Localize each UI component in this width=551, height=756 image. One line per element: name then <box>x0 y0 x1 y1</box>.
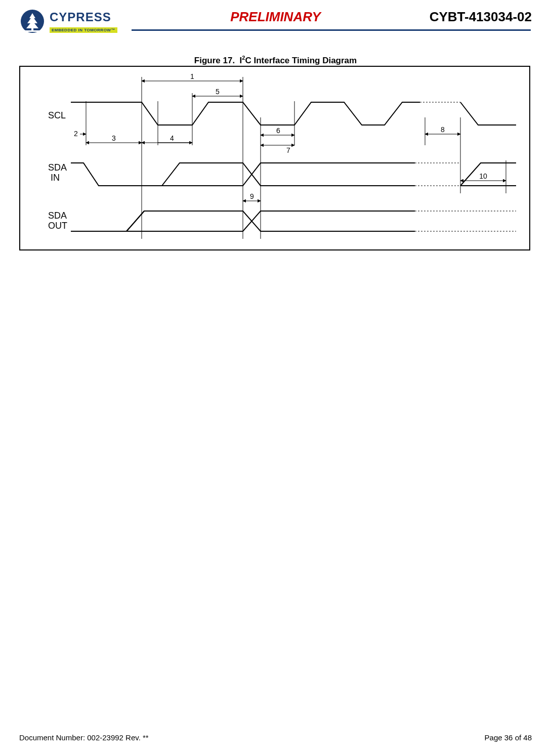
document-number: Document Number: 002-23992 Rev. ** <box>19 733 149 742</box>
figure-title-rest: C Interface Timing Diagram <box>245 56 357 65</box>
marker-3: 3 <box>112 134 116 142</box>
marker-1: 1 <box>190 72 194 80</box>
marker-7: 7 <box>286 146 290 154</box>
svg-rect-1 <box>31 27 33 30</box>
svg-rect-2 <box>25 30 39 32</box>
marker-4: 4 <box>170 134 174 142</box>
figure-caption: Figure 17. I2C Interface Timing Diagram <box>0 55 551 66</box>
marker-8: 8 <box>441 125 445 134</box>
marker-10: 10 <box>479 172 487 180</box>
logo-tagline: EMBEDDED IN TOMORROW™ <box>50 27 117 33</box>
preliminary-label: PRELIMINARY <box>230 9 321 25</box>
marker-9: 9 <box>250 192 254 200</box>
part-number: CYBT-413034-02 <box>430 9 532 25</box>
cypress-logo: CYPRESS EMBEDDED IN TOMORROW™ <box>19 9 125 33</box>
marker-5: 5 <box>216 88 220 96</box>
page-number: Page 36 of 48 <box>485 733 532 742</box>
sda-in-label-b: IN <box>51 173 60 183</box>
scl-label: SCL <box>48 110 66 120</box>
marker-2: 2 <box>74 130 78 138</box>
scl-waveform <box>71 102 420 125</box>
timing-diagram-frame: SCL SDA IN SDA OUT <box>19 66 530 250</box>
marker-6: 6 <box>276 127 280 135</box>
cypress-logo-text: CYPRESS EMBEDDED IN TOMORROW™ <box>50 10 117 33</box>
cypress-tree-icon <box>19 9 46 35</box>
sda-in-label-a: SDA <box>48 162 67 173</box>
figure-number: Figure 17. <box>194 56 235 65</box>
page-header: CYPRESS EMBEDDED IN TOMORROW™ PRELIMINAR… <box>19 9 532 37</box>
sda-out-waveform <box>71 211 516 231</box>
sda-in-waveform <box>71 163 516 186</box>
logo-brand: CYPRESS <box>50 10 117 24</box>
header-divider <box>132 29 531 31</box>
sda-out-label-a: SDA <box>48 211 67 221</box>
timing-diagram: SCL SDA IN SDA OUT <box>20 67 529 249</box>
page: CYPRESS EMBEDDED IN TOMORROW™ PRELIMINAR… <box>0 0 551 756</box>
sda-out-label-b: OUT <box>48 221 67 231</box>
